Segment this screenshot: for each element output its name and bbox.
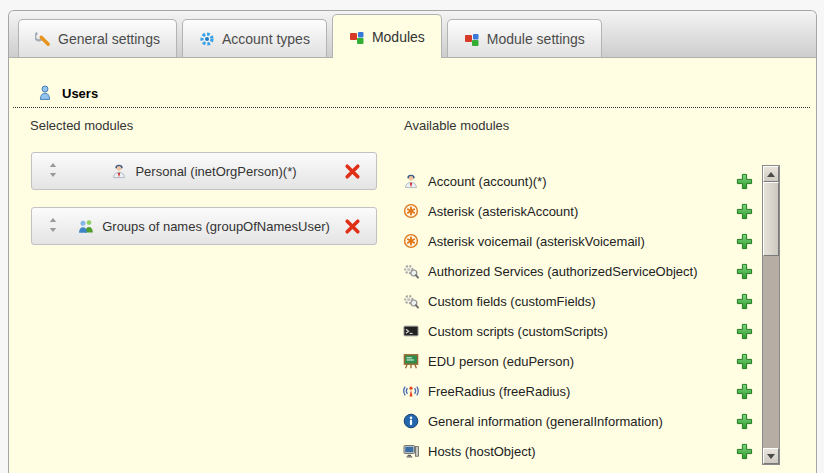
module-label: Personal (inetOrgPerson)(*) <box>135 164 296 179</box>
radio-icon <box>403 383 419 399</box>
services-icon <box>403 263 419 279</box>
tab-account-types[interactable]: Account types <box>182 19 327 57</box>
module-label: Hosts (hostObject) <box>428 444 536 459</box>
available-module-row: Account (account)(*) <box>403 166 753 196</box>
group-icon <box>78 218 94 234</box>
module-label: Authorized Services (authorizedServiceOb… <box>428 264 698 279</box>
user-pawn-icon <box>37 85 53 101</box>
module-label: Asterisk voicemail (asteriskVoicemail) <box>428 234 645 249</box>
module-label: Account (account)(*) <box>428 174 547 189</box>
module-label: Groups of names (groupOfNamesUser) <box>102 219 330 234</box>
remove-module-button[interactable] <box>344 163 362 181</box>
tab-bar: General settings Account types Modules M… <box>9 11 816 58</box>
modules-icon <box>349 29 365 45</box>
asterisk-icon <box>403 203 419 219</box>
add-module-button[interactable] <box>736 173 753 190</box>
scroll-down-button[interactable] <box>763 448 779 464</box>
services-icon <box>403 293 419 309</box>
computer-icon <box>403 443 419 459</box>
person-icon <box>403 173 419 189</box>
available-module-row: Custom fields (customFields) <box>403 286 753 316</box>
add-module-button[interactable] <box>736 233 753 250</box>
users-section-title: Users <box>62 86 98 101</box>
selected-module-row[interactable]: Personal (inetOrgPerson)(*) <box>31 152 377 190</box>
available-modules-header: Available modules <box>404 118 509 133</box>
available-modules-list: Account (account)(*) Asterisk (asteriskA… <box>403 166 753 466</box>
info-icon <box>403 413 419 429</box>
tab-modules[interactable]: Modules <box>332 14 442 58</box>
add-module-button[interactable] <box>736 323 753 340</box>
selected-modules-list: Personal (inetOrgPerson)(*) Groups of na… <box>31 152 377 262</box>
module-label: EDU person (eduPerson) <box>428 354 574 369</box>
scrollbar[interactable] <box>762 165 780 465</box>
available-module-row: Asterisk (asteriskAccount) <box>403 196 753 226</box>
available-module-row: Asterisk voicemail (asteriskVoicemail) <box>403 226 753 256</box>
users-section-header: Users <box>37 85 98 101</box>
module-label: Custom scripts (customScripts) <box>428 324 608 339</box>
add-module-button[interactable] <box>736 413 753 430</box>
add-module-button[interactable] <box>736 263 753 280</box>
modules-panel: Users Selected modules Available modules… <box>9 58 816 473</box>
person-icon <box>111 163 127 179</box>
add-module-button[interactable] <box>736 293 753 310</box>
remove-module-button[interactable] <box>344 218 362 236</box>
scroll-down-icon <box>767 454 775 459</box>
module-label: Custom fields (customFields) <box>428 294 596 309</box>
selected-module-row[interactable]: Groups of names (groupOfNamesUser) <box>31 207 377 245</box>
terminal-icon <box>403 323 419 339</box>
available-module-row: Authorized Services (authorizedServiceOb… <box>403 256 753 286</box>
module-label: FreeRadius (freeRadius) <box>428 384 570 399</box>
gear-icon <box>199 31 215 47</box>
scroll-up-icon <box>767 172 775 177</box>
scroll-thumb[interactable] <box>763 182 779 256</box>
available-module-row: Hosts (hostObject) <box>403 436 753 466</box>
add-module-button[interactable] <box>736 383 753 400</box>
add-module-button[interactable] <box>736 353 753 370</box>
available-module-row: EDU person (eduPerson) <box>403 346 753 376</box>
tab-general-settings[interactable]: General settings <box>18 19 177 57</box>
scroll-up-button[interactable] <box>763 166 779 182</box>
drag-updown-icon[interactable] <box>48 217 58 233</box>
chalkboard-icon <box>403 353 419 369</box>
available-module-row: Custom scripts (customScripts) <box>403 316 753 346</box>
available-module-row: FreeRadius (freeRadius) <box>403 376 753 406</box>
drag-updown-icon[interactable] <box>48 162 58 178</box>
configuration-widget: General settings Account types Modules M… <box>8 10 817 473</box>
tab-module-settings[interactable]: Module settings <box>447 19 602 57</box>
add-module-button[interactable] <box>736 203 753 220</box>
section-divider <box>13 107 810 108</box>
wrench-icon <box>35 31 51 47</box>
module-label: Asterisk (asteriskAccount) <box>428 204 578 219</box>
module-label: General information (generalInformation) <box>428 414 663 429</box>
asterisk-icon <box>403 233 419 249</box>
selected-modules-header: Selected modules <box>30 118 133 133</box>
add-module-button[interactable] <box>736 443 753 460</box>
modules-icon <box>464 31 480 47</box>
available-module-row: General information (generalInformation) <box>403 406 753 436</box>
